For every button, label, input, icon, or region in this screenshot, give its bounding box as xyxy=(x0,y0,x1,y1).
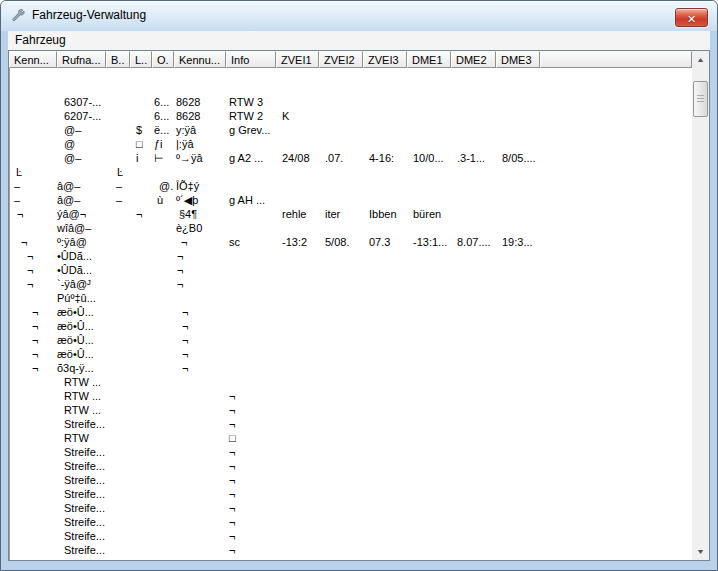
column-header-info[interactable]: Info xyxy=(226,51,276,68)
table-row[interactable]: ¬`-ÿâ@ᴶ¬ xyxy=(9,278,692,292)
table-row[interactable]: ¬•ÛDã...¬ xyxy=(9,250,692,264)
cell-b xyxy=(106,390,130,404)
table-row[interactable]: RTW ...¬ xyxy=(9,404,692,418)
table-row[interactable]: @–$ë...y:ÿâg Grev... xyxy=(9,124,692,138)
cell-b xyxy=(106,250,130,264)
cell-zvei2 xyxy=(319,124,363,138)
table-row[interactable]: Streife...¬ xyxy=(9,544,692,558)
cell-dme3: 8/05.... xyxy=(496,152,540,166)
cell-dme3 xyxy=(496,180,540,194)
cell-dme2 xyxy=(451,306,496,320)
cell-kenn xyxy=(9,124,57,138)
column-header-dme2[interactable]: DME2 xyxy=(451,51,496,68)
cell-b xyxy=(106,516,130,530)
cell-zvei1 xyxy=(276,320,319,334)
table-row[interactable]: RTW□ xyxy=(9,432,692,446)
column-header-rufna[interactable]: Rufna... xyxy=(57,51,106,68)
cell-l xyxy=(130,362,152,376)
cell-o: @. xyxy=(152,180,174,194)
column-header-b[interactable]: B.. xyxy=(106,51,130,68)
table-row[interactable]: ĿĿ xyxy=(9,166,692,180)
cell-zvei3 xyxy=(363,334,407,348)
column-header-zvei2[interactable]: ZVEI2 xyxy=(319,51,363,68)
cell-info: RTW 3 xyxy=(226,96,276,110)
cell-dme3 xyxy=(496,208,540,222)
column-header-kenn[interactable]: Kenn... xyxy=(9,51,57,68)
table-row[interactable] xyxy=(9,82,692,96)
close-button[interactable]: ✕ xyxy=(675,8,708,27)
column-header-dme1[interactable]: DME1 xyxy=(407,51,451,68)
table-row[interactable]: Streife...¬ xyxy=(9,474,692,488)
table-row[interactable]: Streife...¬ xyxy=(9,502,692,516)
cell-zvei2 xyxy=(319,68,363,82)
scroll-down-button[interactable]: ▼ xyxy=(692,543,709,560)
cell-kennu: ¬ xyxy=(174,306,226,320)
table-row[interactable]: RTW ...¬ xyxy=(9,390,692,404)
table-row[interactable]: Streife...¬ xyxy=(9,418,692,432)
cell-o xyxy=(152,264,174,278)
table-row[interactable]: Streife...¬ xyxy=(9,446,692,460)
wrench-icon xyxy=(10,8,26,24)
cell-rufna: º:ÿâ@ xyxy=(57,236,106,250)
cell-dme1 xyxy=(407,68,451,82)
table-row[interactable]: 6207-...6...8628RTW 2K xyxy=(9,110,692,124)
table-row[interactable]: ¬º:ÿâ@¬sc-13:25/08.07.3-13:1...8.07....1… xyxy=(9,236,692,250)
cell-l xyxy=(130,82,152,96)
cell-info: RTW 2 xyxy=(226,110,276,124)
cell-rufna: RTW xyxy=(57,432,106,446)
vertical-scrollbar[interactable]: ▲ ▼ xyxy=(692,51,709,560)
cell-zvei3 xyxy=(363,376,407,390)
column-header-zvei1[interactable]: ZVEI1 xyxy=(276,51,319,68)
column-header-o[interactable]: O. xyxy=(152,51,174,68)
cell-b xyxy=(106,264,130,278)
cell-rufna: Streife... xyxy=(57,488,106,502)
column-header-l[interactable]: L.. xyxy=(130,51,152,68)
table-row[interactable] xyxy=(9,68,692,82)
table-row[interactable]: –â@––@.ÎÕ‡ý xyxy=(9,180,692,194)
table-row[interactable]: Streife...¬ xyxy=(9,488,692,502)
cell-dme1 xyxy=(407,166,451,180)
cell-zvei3 xyxy=(363,124,407,138)
table-row[interactable]: ¬•ÛDã...¬ xyxy=(9,264,692,278)
table-row[interactable]: ¬æö•Û...¬ xyxy=(9,306,692,320)
column-header-dme3[interactable]: DME3 xyxy=(496,51,540,68)
cell-b xyxy=(106,418,130,432)
menu-item-fahrzeug[interactable]: Fahrzeug xyxy=(8,31,73,50)
cell-dme3 xyxy=(496,530,540,544)
cell-o xyxy=(152,68,174,82)
cell-dme1 xyxy=(407,306,451,320)
cell-dme1 xyxy=(407,432,451,446)
scrollbar-thumb[interactable] xyxy=(693,81,708,117)
table-row[interactable]: RTW ... xyxy=(9,376,692,390)
scroll-up-button[interactable]: ▲ xyxy=(692,51,709,68)
table-row[interactable]: ¬ýâ@¬¬§4¶rehleiterIbbenbüren xyxy=(9,208,692,222)
cell-dme2 xyxy=(451,390,496,404)
table-row[interactable]: wîâ@–è¿B0 xyxy=(9,222,692,236)
cell-kennu xyxy=(174,460,226,474)
cell-b: – xyxy=(106,180,130,194)
cell-dme2 xyxy=(451,460,496,474)
cell-dme2: .3-1... xyxy=(451,152,496,166)
table-row[interactable]: ¬æö•Û...¬ xyxy=(9,320,692,334)
cell-zvei1 xyxy=(276,544,319,558)
table-row[interactable]: –â@––ùº´◀þg AH ... xyxy=(9,194,692,208)
cell-info xyxy=(226,250,276,264)
column-header-kennu[interactable]: Kennu... xyxy=(174,51,226,68)
cell-dme1 xyxy=(407,180,451,194)
cell-zvei2 xyxy=(319,166,363,180)
column-header-zvei3[interactable]: ZVEI3 xyxy=(363,51,407,68)
table-row[interactable]: ¬æö•Û...¬ xyxy=(9,334,692,348)
cell-l: ¬ xyxy=(130,208,152,222)
table-row[interactable]: Púº‡û... xyxy=(9,292,692,306)
table-row[interactable]: ¬õ3q-ÿ...¬ xyxy=(9,362,692,376)
table-row[interactable]: @□ƒi|:ÿâ xyxy=(9,138,692,152)
cell-dme1 xyxy=(407,516,451,530)
cell-dme3 xyxy=(496,376,540,390)
table-row[interactable]: ¬æö•Û...¬ xyxy=(9,348,692,362)
table-row[interactable]: Streife...¬ xyxy=(9,516,692,530)
table-row[interactable]: Streife...¬ xyxy=(9,530,692,544)
table-row[interactable]: @–i⊢º→ÿâg A2 ...24/08.07.4-16:10/0....3-… xyxy=(9,152,692,166)
table-row[interactable]: 6307-...6...8628RTW 3 xyxy=(9,96,692,110)
cell-o xyxy=(152,432,174,446)
table-row[interactable]: Streife...¬ xyxy=(9,460,692,474)
